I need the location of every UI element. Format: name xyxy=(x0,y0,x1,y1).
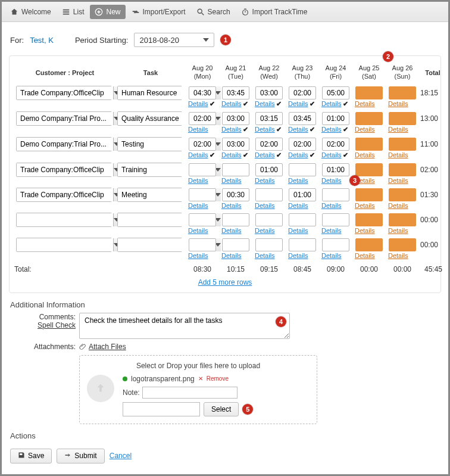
time-input[interactable] xyxy=(255,163,283,176)
time-input[interactable] xyxy=(289,238,316,251)
nav-new[interactable]: New xyxy=(90,5,125,19)
time-input[interactable] xyxy=(189,213,216,226)
task-select[interactable] xyxy=(117,238,182,252)
time-input[interactable] xyxy=(289,163,316,176)
details-link[interactable]: Details xyxy=(355,252,375,259)
details-link[interactable]: Details xyxy=(288,202,308,209)
add-more-rows-link[interactable]: Add 5 more rows xyxy=(198,278,252,287)
details-link[interactable]: Details xyxy=(321,151,342,158)
time-input[interactable] xyxy=(289,112,316,125)
details-link[interactable]: Details xyxy=(255,151,275,158)
time-input[interactable] xyxy=(389,112,416,125)
time-input[interactable] xyxy=(355,238,383,251)
details-link[interactable]: Details xyxy=(388,202,408,209)
details-link[interactable]: Details xyxy=(355,151,375,158)
details-link[interactable]: Details xyxy=(388,252,408,259)
details-link[interactable]: Details xyxy=(188,151,208,158)
time-input[interactable] xyxy=(389,86,416,99)
details-link[interactable]: Details xyxy=(321,177,342,184)
time-input[interactable] xyxy=(389,163,416,176)
details-link[interactable]: Details xyxy=(255,227,275,234)
time-input[interactable] xyxy=(222,86,249,99)
details-link[interactable]: Details xyxy=(355,126,375,133)
details-link[interactable]: Details xyxy=(255,252,275,259)
select-file-button[interactable]: Select xyxy=(204,402,239,416)
details-link[interactable]: Details xyxy=(388,151,408,158)
time-input[interactable] xyxy=(322,238,349,251)
time-input[interactable] xyxy=(355,213,383,226)
time-input[interactable] xyxy=(222,163,249,176)
time-input[interactable] xyxy=(222,138,249,151)
details-link[interactable]: Details xyxy=(321,202,342,209)
time-input[interactable] xyxy=(189,86,216,99)
details-link[interactable]: Details xyxy=(388,227,408,234)
details-link[interactable]: Details xyxy=(355,202,375,209)
task-select[interactable] xyxy=(117,188,182,202)
details-link[interactable]: Details xyxy=(188,126,208,133)
details-link[interactable]: Details xyxy=(388,100,408,107)
customer-project-select[interactable] xyxy=(16,137,112,151)
customer-project-select[interactable] xyxy=(16,86,112,100)
remove-file-link[interactable]: Remove xyxy=(207,375,229,382)
save-button[interactable]: Save xyxy=(10,449,52,463)
details-link[interactable]: Details xyxy=(288,252,308,259)
details-link[interactable]: Details xyxy=(188,177,208,184)
time-input[interactable] xyxy=(222,238,249,251)
time-input[interactable] xyxy=(389,188,416,201)
details-link[interactable]: Details xyxy=(221,202,242,209)
task-select[interactable] xyxy=(117,111,182,126)
time-input[interactable] xyxy=(389,213,416,226)
time-input[interactable] xyxy=(289,188,316,201)
time-input[interactable] xyxy=(322,86,349,99)
time-input[interactable] xyxy=(355,86,383,99)
submit-button[interactable]: Submit xyxy=(57,449,104,463)
details-link[interactable]: Details xyxy=(388,126,408,133)
customer-project-select[interactable] xyxy=(16,238,112,252)
time-input[interactable] xyxy=(355,138,383,151)
time-input[interactable] xyxy=(322,213,349,226)
task-select[interactable] xyxy=(117,163,182,177)
file-path-input[interactable] xyxy=(123,402,200,416)
customer-project-select-value[interactable] xyxy=(17,213,113,226)
task-select[interactable] xyxy=(117,213,182,227)
time-input[interactable] xyxy=(322,112,349,125)
details-link[interactable]: Details xyxy=(221,227,242,234)
customer-project-select[interactable] xyxy=(16,163,112,177)
details-link[interactable]: Details xyxy=(355,227,375,234)
details-link[interactable]: Details xyxy=(221,151,242,158)
details-link[interactable]: Details xyxy=(288,227,308,234)
details-link[interactable]: Details xyxy=(255,177,275,184)
details-link[interactable]: Details xyxy=(321,227,342,234)
time-input[interactable] xyxy=(355,188,383,201)
nav-list[interactable]: List xyxy=(57,5,89,19)
details-link[interactable]: Details xyxy=(288,126,308,133)
details-link[interactable]: Details xyxy=(221,177,242,184)
time-input[interactable] xyxy=(255,238,283,251)
time-input[interactable] xyxy=(189,188,216,201)
task-select[interactable] xyxy=(117,137,182,151)
time-input[interactable] xyxy=(389,138,416,151)
time-input[interactable] xyxy=(255,213,283,226)
time-input[interactable] xyxy=(289,86,316,99)
details-link[interactable]: Details xyxy=(255,126,275,133)
customer-project-select-value[interactable] xyxy=(17,86,113,99)
details-link[interactable]: Details xyxy=(188,100,208,107)
time-input[interactable] xyxy=(189,163,216,176)
nav-search[interactable]: Search xyxy=(192,5,235,19)
time-input[interactable] xyxy=(255,138,283,151)
details-link[interactable]: Details xyxy=(221,126,242,133)
details-link[interactable]: Details xyxy=(288,177,308,184)
nav-welcome[interactable]: Welcome xyxy=(5,5,56,19)
task-select[interactable] xyxy=(117,86,182,100)
upload-dropzone[interactable]: Select or Drop your files here to upload… xyxy=(79,355,317,424)
customer-project-select-value[interactable] xyxy=(17,238,113,251)
time-input[interactable] xyxy=(355,112,383,125)
nav-import-export[interactable]: Import/Export xyxy=(127,5,190,19)
details-link[interactable]: Details xyxy=(255,100,275,107)
time-input[interactable] xyxy=(222,213,249,226)
time-input[interactable] xyxy=(289,213,316,226)
time-input[interactable] xyxy=(355,163,383,176)
time-input[interactable] xyxy=(322,163,349,176)
details-link[interactable]: Details xyxy=(188,227,208,234)
time-input[interactable] xyxy=(322,138,349,151)
